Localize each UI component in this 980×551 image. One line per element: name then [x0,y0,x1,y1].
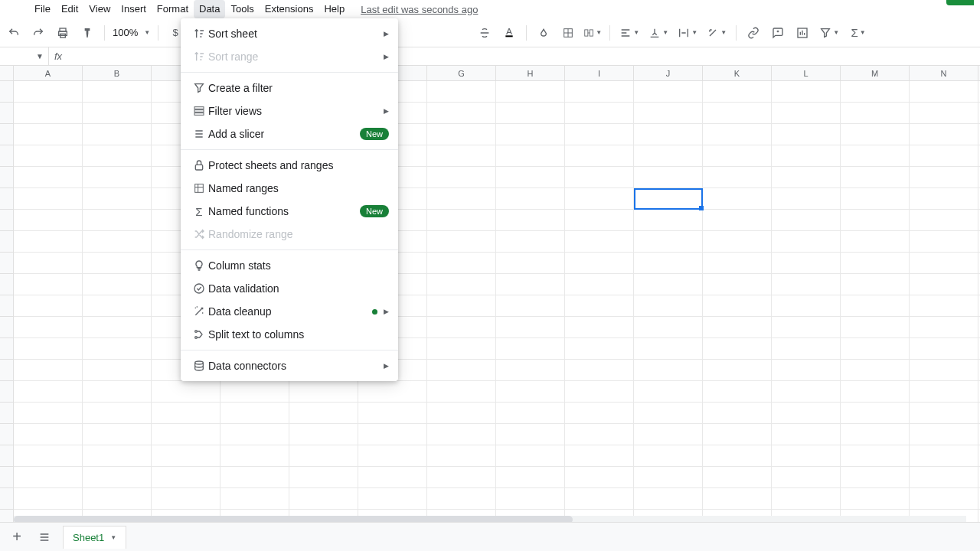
vertical-align-icon[interactable]: ▼ [647,24,670,42]
paint-format-icon[interactable] [78,24,96,42]
filter-icon [190,82,208,94]
row-header[interactable] [0,381,14,403]
menu-view[interactable]: View [83,0,116,18]
sigma-icon: Σ [190,205,208,218]
menu-insert[interactable]: Insert [116,0,152,18]
strikethrough-icon[interactable] [475,24,494,42]
menu-item-filter-views[interactable]: Filter views▶ [181,99,398,122]
horizontal-align-icon[interactable]: ▼ [618,24,641,42]
print-icon[interactable] [54,24,72,42]
wand-icon [190,305,208,318]
insert-comment-icon[interactable] [769,24,787,42]
column-header[interactable]: K [703,66,772,80]
svg-rect-9 [194,110,204,112]
column-header[interactable]: N [910,66,978,80]
row-header[interactable] [0,424,14,445]
menu-item-named-ranges[interactable]: Named ranges [181,177,398,200]
menu-item-add-a-slicer[interactable]: Add a slicerNew [181,122,398,145]
row-header[interactable] [0,124,14,145]
name-box[interactable]: ▼ [0,47,49,66]
zoom-selector[interactable]: 100%▼ [113,27,150,38]
menu-item-split-text-to-columns[interactable]: Split text to columns [181,323,398,346]
filter-toolbar-icon[interactable]: ▼ [818,24,841,42]
row-header[interactable] [0,253,14,274]
notification-dot [372,309,377,315]
filter-views-icon [190,105,208,117]
functions-icon[interactable]: Σ▼ [847,24,870,42]
db-icon [190,360,208,372]
menu-tools[interactable]: Tools [225,0,259,18]
svg-rect-11 [195,165,202,170]
svg-point-16 [195,361,204,364]
undo-icon[interactable] [5,24,23,42]
menu-item-label: Named functions [208,205,360,217]
menu-extensions[interactable]: Extensions [260,0,319,18]
menu-item-sort-sheet[interactable]: Sort sheet▶ [181,22,398,45]
row-header[interactable] [0,81,14,103]
check-circle-icon [190,282,208,295]
menu-format[interactable]: Format [152,0,194,18]
column-header[interactable]: J [634,66,703,80]
column-header[interactable]: L [772,66,841,80]
svg-rect-12 [195,184,204,193]
menu-item-protect-sheets-and-ranges[interactable]: Protect sheets and ranges [181,154,398,177]
row-header[interactable] [0,360,14,381]
column-header[interactable]: I [565,66,634,80]
row-header[interactable] [0,145,14,167]
column-header[interactable]: H [496,66,565,80]
add-sheet-button[interactable]: + [8,528,26,546]
row-header[interactable] [0,317,14,338]
text-color-icon[interactable] [500,24,518,42]
row-header[interactable] [0,103,14,124]
select-all-corner[interactable] [0,66,14,81]
all-sheets-button[interactable] [35,528,54,546]
column-header[interactable]: M [841,66,910,80]
menu-item-named-functions[interactable]: ΣNamed functionsNew [181,200,398,223]
selected-cell[interactable] [634,188,703,210]
row-header[interactable] [0,210,14,231]
menu-help[interactable]: Help [318,0,350,18]
menu-item-create-a-filter[interactable]: Create a filter [181,77,398,99]
menu-data[interactable]: Data [194,0,225,18]
menu-item-data-connectors[interactable]: Data connectors▶ [181,354,398,377]
data-menu-dropdown: Sort sheet▶Sort range▶Create a filterFil… [181,18,398,381]
last-edit-link[interactable]: Last edit was seconds ago [361,4,478,15]
merge-cells-icon[interactable]: ▼ [583,24,602,42]
fill-color-icon[interactable] [534,24,553,42]
row-header[interactable] [0,445,14,467]
share-button[interactable] [946,0,974,5]
row-header[interactable] [0,167,14,188]
menu-item-data-validation[interactable]: Data validation [181,277,398,300]
svg-rect-10 [194,113,204,116]
text-wrap-icon[interactable]: ▼ [676,24,699,42]
menu-item-label: Filter views [208,105,384,117]
bulb-icon [190,259,208,272]
row-header[interactable] [0,338,14,360]
column-header[interactable]: B [83,66,152,80]
submenu-arrow-icon: ▶ [384,53,389,60]
row-header[interactable] [0,295,14,317]
column-header[interactable]: A [14,66,83,80]
insert-chart-icon[interactable] [793,24,812,42]
menu-item-label: Split text to columns [208,328,389,341]
menu-item-data-cleanup[interactable]: Data cleanup▶ [181,300,398,323]
row-header[interactable] [0,403,14,424]
row-header[interactable] [0,231,14,253]
menu-item-column-stats[interactable]: Column stats [181,254,398,277]
submenu-arrow-icon: ▶ [384,107,389,115]
row-header[interactable] [0,467,14,488]
row-header[interactable] [0,188,14,210]
borders-icon[interactable] [559,24,577,42]
spreadsheet-grid[interactable]: ABCDEFGHIJKLMN [0,66,980,531]
submenu-arrow-icon: ▶ [384,308,389,315]
redo-icon[interactable] [29,24,47,42]
sheet-tab[interactable]: Sheet1▼ [63,526,126,549]
column-header[interactable]: G [427,66,496,80]
insert-link-icon[interactable] [744,24,763,42]
menu-item-label: Sort range [208,51,384,63]
menu-file[interactable]: File [29,0,56,18]
text-rotation-icon[interactable]: ▼ [705,24,728,42]
row-header[interactable] [0,488,14,510]
row-header[interactable] [0,274,14,295]
menu-edit[interactable]: Edit [56,0,83,18]
